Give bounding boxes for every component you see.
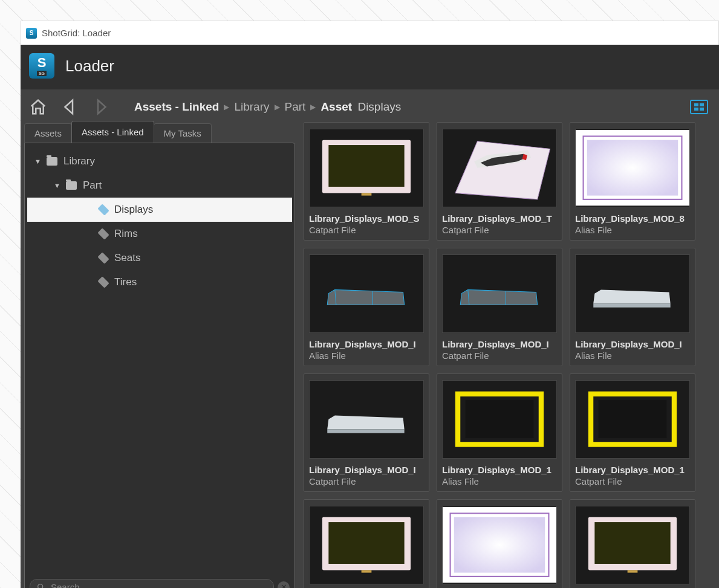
asset-subtitle: Alias File	[575, 225, 690, 235]
caret-down-icon: ▼	[34, 158, 41, 165]
tab-my-tasks[interactable]: My Tasks	[154, 123, 212, 143]
loader-app-window: SSG Loader Assets - Linked ▶ Library ▶	[21, 45, 719, 588]
tree-item-seats[interactable]: Seats	[27, 246, 292, 270]
asset-title: Library_Displays_MOD_I	[309, 339, 424, 349]
search-icon	[36, 583, 46, 589]
svg-marker-9	[455, 141, 550, 199]
cube-icon	[97, 204, 109, 215]
tree-item-label: Seats	[114, 252, 140, 264]
asset-tree: ▼Library▼PartDisplaysRimsSeatsTires	[25, 143, 294, 575]
back-button[interactable]	[60, 98, 79, 116]
asset-title: Library_Displays_MOD_I	[309, 465, 424, 475]
breadcrumb-current-name: Displays	[357, 100, 401, 113]
home-button[interactable]	[29, 98, 47, 116]
cube-icon	[97, 228, 109, 239]
asset-thumbnail	[309, 380, 424, 459]
app-header: SSG Loader	[21, 45, 719, 89]
tree-item-displays[interactable]: Displays	[27, 198, 292, 222]
clear-search-button[interactable]: ✕	[278, 581, 290, 589]
breadcrumb-item[interactable]: Library	[234, 100, 269, 114]
breadcrumb-root[interactable]: Assets - Linked	[134, 100, 219, 114]
tree-item-tires[interactable]: Tires	[27, 270, 292, 294]
asset-title: Library_Displays_MOD_1	[442, 465, 557, 475]
svg-rect-31	[454, 517, 545, 573]
grid-view-toggle[interactable]	[690, 100, 708, 114]
asset-thumbnail	[309, 506, 424, 584]
asset-title: Library_Displays_MOD_1	[575, 465, 690, 475]
asset-subtitle: Catpart File	[575, 476, 690, 486]
sidebar-tabs: AssetsAssets - LinkedMy Tasks	[24, 122, 295, 143]
main-split: AssetsAssets - LinkedMy Tasks ▼Library▼P…	[21, 122, 719, 588]
svg-rect-3	[700, 108, 704, 111]
breadcrumb: Assets - Linked ▶ Library ▶ Part ▶ Asset…	[110, 100, 690, 114]
asset-subtitle: Catpart File	[442, 225, 557, 235]
nav-buttons	[29, 98, 110, 116]
asset-card[interactable]: Library_Displays_MOD_ICatpart File	[304, 373, 429, 492]
folder-icon	[66, 181, 77, 190]
content-area: Library_Displays_MOD_SCatpart FileLibrar…	[304, 122, 719, 588]
asset-thumbnail	[575, 129, 690, 207]
tree-item-label: Library	[63, 155, 95, 167]
asset-thumbnail	[442, 380, 557, 459]
asset-title: Library_Displays_MOD_S	[309, 213, 424, 224]
asset-title: Library_Displays_MOD_8	[575, 213, 690, 224]
folder-icon	[47, 157, 57, 166]
chevron-right-icon: ▶	[275, 103, 280, 111]
breadcrumb-item[interactable]: Part	[285, 100, 306, 114]
asset-thumbnail	[575, 380, 690, 459]
shotgrid-favicon: S	[26, 28, 37, 39]
asset-thumbnail	[575, 506, 690, 584]
asset-title: Library_Displays_MOD_I	[442, 339, 557, 349]
asset-subtitle: Alias File	[442, 476, 557, 486]
asset-card[interactable]: Library_Displays_MOD_Catpart File	[304, 499, 429, 588]
tree-item-rims[interactable]: Rims	[27, 222, 292, 246]
asset-card[interactable]: Library_Displays_MOD_8Alias File	[570, 122, 695, 241]
chevron-right-icon: ▶	[224, 103, 229, 111]
tree-item-label: Rims	[114, 228, 138, 240]
sidebar: AssetsAssets - LinkedMy Tasks ▼Library▼P…	[24, 122, 295, 588]
asset-card[interactable]: Library_Displays_MOD_SCatpart File	[304, 122, 429, 241]
caret-down-icon: ▼	[54, 182, 60, 189]
asset-card[interactable]: Library_Displays_MOD_1Alias File	[437, 373, 562, 492]
svg-rect-8	[362, 193, 372, 196]
svg-rect-1	[700, 103, 704, 106]
svg-rect-7	[328, 145, 404, 187]
asset-grid: Library_Displays_MOD_SCatpart FileLibrar…	[304, 122, 718, 588]
asset-thumbnail	[442, 254, 557, 333]
tree-item-part[interactable]: ▼Part	[27, 173, 292, 198]
svg-rect-27	[328, 522, 404, 564]
svg-rect-23	[466, 401, 534, 439]
cube-icon	[97, 252, 109, 263]
search-input[interactable]	[51, 582, 267, 588]
asset-card[interactable]: Library_Displays_MOD_IAlias File	[304, 248, 429, 366]
svg-point-4	[38, 584, 43, 588]
tree-item-library[interactable]: ▼Library	[27, 149, 292, 173]
svg-rect-33	[594, 522, 670, 564]
tab-assets-linked[interactable]: Assets - Linked	[71, 121, 154, 143]
asset-card[interactable]: Library_Displays_MOD_ICatpart File	[437, 248, 562, 366]
tab-assets[interactable]: Assets	[24, 123, 72, 143]
asset-thumbnail	[309, 254, 424, 333]
asset-card[interactable]: Library_Displays_MOD_1Catpart File	[570, 373, 695, 492]
asset-title: Library_Displays_MOD_I	[575, 339, 690, 349]
breadcrumb-current-type: Asset	[320, 100, 352, 113]
os-window-title: ShotGrid: Loader	[42, 28, 111, 38]
asset-card[interactable]: Library_Displays_MOD_TCatpart File	[437, 122, 562, 241]
shotgrid-logo: SSG	[29, 53, 54, 79]
tree-panel: ▼Library▼PartDisplaysRimsSeatsTires ✕ Fi…	[24, 143, 295, 588]
tree-item-label: Tires	[114, 276, 137, 288]
os-window-titlebar: S ShotGrid: Loader	[21, 21, 719, 45]
asset-subtitle: Catpart File	[309, 476, 424, 486]
asset-card[interactable]: Library_Displays_MOD_Alias File	[437, 499, 562, 588]
svg-marker-21	[327, 430, 404, 433]
forward-button[interactable]	[92, 98, 110, 116]
asset-card[interactable]: Library_Displays_MOD_IAlias File	[570, 248, 695, 366]
asset-thumbnail	[442, 506, 557, 584]
asset-subtitle: Catpart File	[309, 225, 424, 235]
search-field[interactable]	[30, 579, 274, 588]
search-row: ✕	[25, 575, 294, 588]
asset-card[interactable]: Library_Displays_MOD_Catpart File	[570, 499, 695, 588]
chevron-right-icon: ▶	[310, 103, 316, 111]
asset-subtitle: Alias File	[575, 351, 690, 361]
svg-marker-19	[593, 304, 670, 308]
